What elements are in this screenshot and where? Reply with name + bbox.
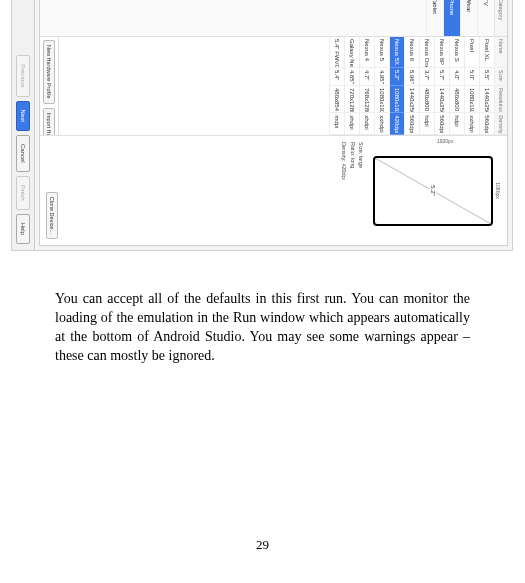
- category-item-tablet[interactable]: Tablet: [426, 0, 443, 36]
- device-cell-name: Nexus 6: [405, 37, 419, 68]
- device-cell-den: hdpi: [450, 113, 464, 135]
- new-hardware-profile-button[interactable]: New Hardware Profile: [43, 40, 55, 104]
- device-cell-size: 4.0": [450, 68, 464, 86]
- device-cell-res: 1440x2560: [480, 86, 494, 113]
- col-name: Name: [495, 37, 507, 68]
- help-button[interactable]: Help: [16, 214, 30, 244]
- cancel-button[interactable]: Cancel: [16, 135, 30, 172]
- wizard-button-bar: Previous Next Cancel Finish Help: [12, 0, 35, 250]
- device-cell-name: Nexus 5: [375, 37, 389, 68]
- device-cell-name: Nexus S: [450, 37, 464, 68]
- device-cell-den: mdpi: [330, 113, 344, 135]
- device-cell-size: 4.95": [375, 68, 389, 86]
- device-cell-den: 560dpi: [480, 113, 494, 135]
- body-paragraph: You can accept all of the defaults in th…: [55, 290, 470, 366]
- device-cell-name: Galaxy Nexus: [345, 37, 359, 68]
- device-cell-size: 3.7": [420, 68, 434, 86]
- device-row[interactable]: Nexus 44.7"768x1280xhdpi: [359, 37, 374, 135]
- category-header: Category: [494, 0, 507, 36]
- next-button[interactable]: Next: [16, 101, 30, 131]
- device-cell-size: 5.5": [480, 68, 494, 86]
- device-row[interactable]: Pixel XL5.5"1440x2560560dpi: [479, 37, 494, 135]
- col-size: Size: [495, 68, 507, 86]
- device-cell-name: 5.4" FWVGA: [330, 37, 344, 68]
- device-cell-size: 5.96": [405, 68, 419, 86]
- device-cell-name: Pixel: [465, 37, 479, 68]
- device-row[interactable]: Nexus 65.96"1440x2560560dpi: [404, 37, 419, 135]
- spec-ratio-label: Ratio:: [350, 142, 356, 156]
- device-cell-res: 1080x1920: [465, 86, 479, 113]
- device-table: Name Size Resolution Density Pixel XL5.5…: [40, 37, 507, 135]
- preview-specs: Size: large Ratio: long Density: 420dpi: [340, 142, 365, 180]
- preview-width-label: 1080px: [495, 182, 501, 198]
- device-cell-res: 480x800: [450, 86, 464, 113]
- device-cell-den: xxhdpi: [465, 113, 479, 135]
- col-density: Density: [495, 113, 507, 135]
- device-cell-den: xhdpi: [360, 113, 374, 135]
- android-studio-hardware-dialog: Category TVWearPhoneTablet Name Size Res…: [11, 0, 513, 251]
- finish-button[interactable]: Finish: [16, 176, 30, 210]
- spec-size-value: large: [358, 156, 364, 168]
- device-cell-res: 1440x2560: [405, 86, 419, 113]
- spec-size-label: Size:: [358, 142, 364, 154]
- device-row[interactable]: Nexus S4.0"480x800hdpi: [449, 37, 464, 135]
- device-cell-den: 560dpi: [405, 113, 419, 135]
- clone-device-button[interactable]: Clone Device...: [46, 192, 58, 239]
- device-cell-size: 5.0": [465, 68, 479, 86]
- device-row[interactable]: Galaxy Nexus4.65"720x1280xhdpi: [344, 37, 359, 135]
- category-item-phone[interactable]: Phone: [443, 0, 460, 36]
- spec-density-label: Density:: [342, 142, 348, 162]
- device-cell-den: 560dpi: [435, 113, 449, 135]
- device-row[interactable]: Pixel5.0"1080x1920xxhdpi: [464, 37, 479, 135]
- device-row[interactable]: Nexus 54.95"1080x1920xxhdpi: [374, 37, 389, 135]
- previous-button[interactable]: Previous: [16, 55, 30, 96]
- device-cell-res: 480x854: [330, 86, 344, 113]
- device-cell-name: Nexus One: [420, 37, 434, 68]
- preview-diagonal-label: 5.2": [430, 184, 436, 196]
- device-preview-panel: 1080px 1920px 5.2" Size: large Ratio: lo…: [40, 135, 507, 245]
- device-cell-name: Nexus 5X: [390, 37, 404, 68]
- device-cell-res: 480x800: [420, 86, 434, 113]
- category-item-tv[interactable]: TV: [477, 0, 494, 36]
- device-outline: 5.2": [373, 156, 493, 226]
- device-table-header: Name Size Resolution Density: [494, 37, 507, 135]
- device-row[interactable]: Nexus One3.7"480x800hdpi: [419, 37, 434, 135]
- device-cell-res: 1440x2560: [435, 86, 449, 113]
- device-row[interactable]: Nexus 6P5.7"1440x2560560dpi: [434, 37, 449, 135]
- device-cell-res: 1080x1920: [375, 86, 389, 113]
- device-cell-name: Nexus 6P: [435, 37, 449, 68]
- device-cell-den: xhdpi: [345, 113, 359, 135]
- device-cell-name: Nexus 4: [360, 37, 374, 68]
- page-number: 29: [0, 537, 525, 553]
- device-cell-den: 420dpi: [390, 113, 404, 135]
- device-cell-den: xxhdpi: [375, 113, 389, 135]
- table-button-row: New Hardware Profile Import Hardware Pro…: [40, 37, 59, 135]
- device-row[interactable]: Nexus 5X5.2"1080x1920420dpi: [389, 37, 404, 135]
- category-item-wear[interactable]: Wear: [460, 0, 477, 36]
- preview-height-label: 1920px: [437, 138, 453, 144]
- device-cell-res: 768x1280: [360, 86, 374, 113]
- device-cell-size: 4.65": [345, 68, 359, 86]
- device-cell-size: 5.4": [330, 68, 344, 86]
- device-cell-size: 5.2": [390, 68, 404, 86]
- spec-density-value: 420dpi: [342, 163, 348, 180]
- spec-ratio-value: long: [350, 158, 356, 168]
- device-cell-res: 720x1280: [345, 86, 359, 113]
- device-cell-size: 4.7": [360, 68, 374, 86]
- category-sidebar: Category TVWearPhoneTablet: [40, 0, 507, 37]
- device-row[interactable]: 5.4" FWVGA5.4"480x854mdpi: [329, 37, 344, 135]
- device-cell-name: Pixel XL: [480, 37, 494, 68]
- device-cell-size: 5.7": [435, 68, 449, 86]
- device-cell-res: 1080x1920: [390, 86, 404, 113]
- device-cell-den: hdpi: [420, 113, 434, 135]
- col-resolution: Resolution: [495, 86, 507, 113]
